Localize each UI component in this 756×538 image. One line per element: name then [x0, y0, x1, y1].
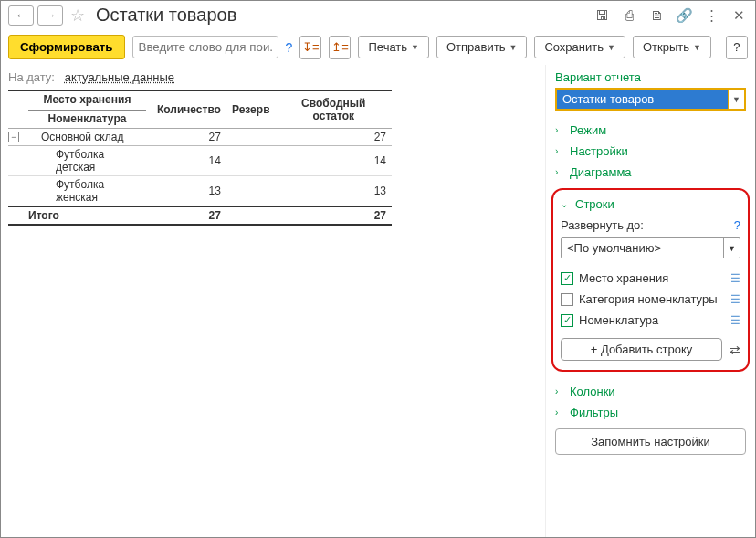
table-row[interactable]: Футболка детская 14 14 [8, 146, 392, 176]
print-icon[interactable]: ⎙ [620, 6, 638, 25]
chevron-right-icon: › [555, 386, 564, 396]
sort-desc-icon: ↥≡ [331, 40, 349, 54]
group-icon[interactable]: ☰ [730, 272, 740, 285]
checkbox-storage[interactable]: ✓ [561, 272, 573, 285]
accordion-rows[interactable]: ⌄Строки [561, 197, 740, 215]
remember-settings-button[interactable]: Запомнить настройки [555, 428, 746, 455]
collapse-toggle-icon[interactable]: − [8, 132, 19, 142]
col-reserve: Резерв [226, 90, 276, 129]
page-title: Остатки товаров [96, 5, 236, 26]
col-free: Свободный остаток [276, 90, 392, 129]
chevron-right-icon: › [555, 167, 564, 177]
variant-value: Остатки товаров [557, 90, 728, 109]
expand-label: Развернуть до: [561, 218, 644, 232]
link-icon[interactable]: 🔗 [675, 6, 693, 25]
favorite-star-icon[interactable]: ☆ [70, 5, 85, 26]
more-menu-icon[interactable]: ⋮ [702, 6, 720, 25]
close-icon[interactable]: ✕ [730, 6, 748, 25]
chevron-down-icon: ⌄ [561, 199, 570, 209]
variant-title: Вариант отчета [555, 70, 746, 84]
checkbox-category-label: Категория номенклатуры [579, 292, 725, 306]
table-row[interactable]: Футболка женская 13 13 [8, 176, 392, 207]
print-button[interactable]: Печать▼ [358, 36, 429, 58]
nav-back-button[interactable]: ← [8, 5, 34, 26]
accordion-mode[interactable]: ›Режим [555, 120, 746, 141]
accordion-filters[interactable]: ›Фильтры [555, 402, 746, 423]
checkbox-nomenclature[interactable]: ✓ [561, 314, 573, 327]
add-row-button[interactable]: + Добавить строку [561, 338, 722, 361]
chevron-down-icon: ▼ [607, 43, 615, 52]
chevron-right-icon: › [555, 125, 564, 135]
chevron-right-icon: › [555, 407, 564, 417]
preview-icon[interactable]: 🗎 [647, 6, 666, 25]
date-label: На дату: [8, 70, 55, 84]
checkbox-category[interactable] [561, 293, 573, 306]
group-icon[interactable]: ☰ [730, 314, 740, 327]
chevron-down-icon[interactable]: ▼ [723, 238, 740, 258]
search-help-icon[interactable]: ? [286, 40, 293, 55]
chevron-down-icon[interactable]: ▼ [728, 90, 744, 109]
variant-select[interactable]: Остатки товаров ▼ [555, 88, 746, 111]
table-row[interactable]: − Основной склад 27 27 [8, 129, 392, 146]
accordion-chart[interactable]: ›Диаграмма [555, 162, 746, 183]
chevron-down-icon: ▼ [693, 43, 701, 52]
col-storage-nomenclature: Место хранения Номенклатура [23, 90, 152, 129]
open-button[interactable]: Открыть▼ [633, 36, 711, 58]
rows-section-highlighted: ⌄Строки Развернуть до: ? <По умолчанию> … [551, 188, 750, 372]
accordion-settings[interactable]: ›Настройки [555, 141, 746, 162]
search-input[interactable] [132, 36, 278, 58]
report-table: Место хранения Номенклатура Количество Р… [8, 90, 392, 226]
save-disk-icon[interactable]: 🖫 [593, 6, 611, 25]
rows-help-icon[interactable]: ? [734, 218, 740, 232]
accordion-columns[interactable]: ›Колонки [555, 381, 746, 402]
sort-asc-icon: ↧≡ [302, 40, 320, 54]
chevron-down-icon: ▼ [509, 43, 517, 52]
checkbox-storage-label: Место хранения [579, 271, 725, 285]
chevron-right-icon: › [555, 146, 564, 156]
col-qty: Количество [152, 90, 226, 129]
shuffle-icon[interactable]: ⇄ [730, 343, 740, 357]
chevron-down-icon: ▼ [411, 43, 419, 52]
group-icon[interactable]: ☰ [730, 293, 740, 306]
date-value-link[interactable]: актуальные данные [65, 70, 174, 84]
save-button[interactable]: Сохранить▼ [534, 36, 625, 58]
nav-forward-button[interactable]: → [37, 5, 63, 26]
send-button[interactable]: Отправить▼ [436, 36, 527, 58]
table-total-row: Итого 27 27 [8, 206, 392, 225]
checkbox-nomenclature-label: Номенклатура [579, 313, 725, 327]
sort-asc-button[interactable]: ↧≡ [299, 36, 321, 59]
generate-button[interactable]: Сформировать [8, 35, 125, 59]
sort-desc-button[interactable]: ↥≡ [329, 36, 351, 59]
expand-dropdown[interactable]: <По умолчанию> ▼ [561, 237, 740, 258]
help-button[interactable]: ? [726, 36, 748, 59]
